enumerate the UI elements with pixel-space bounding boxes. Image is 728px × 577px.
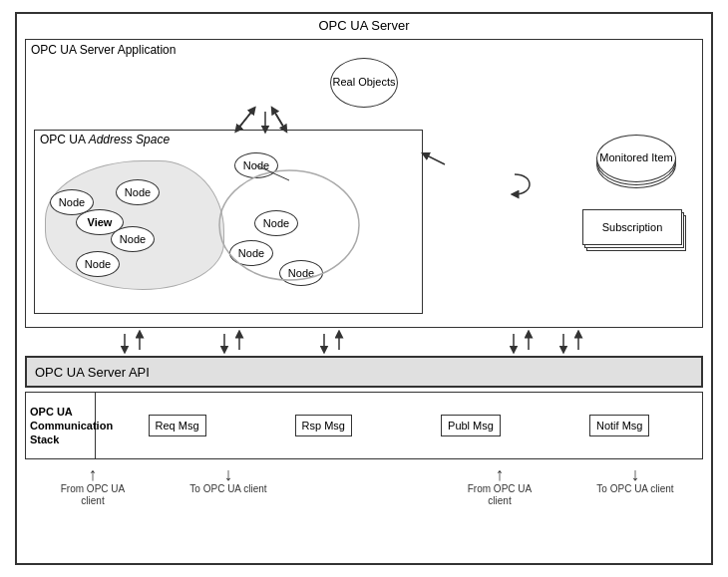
subscription-rect-1: Subscription xyxy=(582,209,682,245)
address-space-box: OPC UA Address Space Node View Node Node… xyxy=(34,130,423,314)
arrow-down-2: ↓ xyxy=(631,465,640,483)
from-client-2: ↑ From OPC UA client xyxy=(460,465,540,507)
node-oval-right-mid3: Node xyxy=(279,260,323,286)
comm-msgs-area: Req Msg Rsp Msg Publ Msg Notif Msg xyxy=(96,393,702,458)
arrow-down-1: ↓ xyxy=(224,465,233,483)
node-oval-right-mid2: Node xyxy=(229,240,273,266)
rsp-msg-box: Rsp Msg xyxy=(295,415,352,436)
arrow-up-1: ↑ xyxy=(89,465,98,483)
outer-title: OPC UA Server xyxy=(17,14,711,35)
api-arrows-area xyxy=(25,332,703,352)
svg-line-7 xyxy=(425,154,445,164)
arrow-up-2: ↑ xyxy=(496,465,505,483)
svg-line-5 xyxy=(273,110,285,130)
node-oval-4: Node xyxy=(76,251,120,277)
svg-line-3 xyxy=(237,110,253,130)
node-oval-3: Node xyxy=(111,226,155,252)
svg-line-6 xyxy=(273,110,285,130)
server-api-bar: OPC UA Server API xyxy=(25,356,703,388)
notif-msg-box: Notif Msg xyxy=(589,415,649,436)
to-client-1: ↓ To OPC UA client xyxy=(188,465,268,495)
comm-stack-label: OPC UA Communication Stack xyxy=(26,393,96,458)
publ-msg-box: Publ Msg xyxy=(441,415,501,436)
bottom-arrows-row: ↑ From OPC UA client ↓ To OPC UA client … xyxy=(17,463,711,511)
address-space-title: OPC UA Address Space xyxy=(35,131,422,148)
real-objects-oval: Real Objects xyxy=(330,58,398,108)
node-oval-2: Node xyxy=(116,179,160,205)
view-cloud: Node View Node Node Node xyxy=(45,160,224,290)
from-client-1: ↑ From OPC UA client xyxy=(53,465,133,507)
req-msg-box: Req Msg xyxy=(149,415,206,436)
svg-line-2 xyxy=(237,110,253,130)
opc-ua-server-box: OPC UA Server OPC UA Server Application … xyxy=(15,12,713,565)
server-app-title: OPC UA Server Application xyxy=(26,40,702,60)
comm-stack-box: OPC UA Communication Stack Req Msg Rsp M… xyxy=(25,392,703,459)
node-oval-right-top: Node xyxy=(234,152,278,178)
server-app-box: OPC UA Server Application Real Objects O… xyxy=(25,39,703,328)
api-arrows-svg xyxy=(25,332,703,352)
to-client-2: ↓ To OPC UA client xyxy=(595,465,675,495)
monitored-item-oval-1: Monitored Item xyxy=(596,135,676,182)
node-oval-right-mid1: Node xyxy=(254,210,298,236)
